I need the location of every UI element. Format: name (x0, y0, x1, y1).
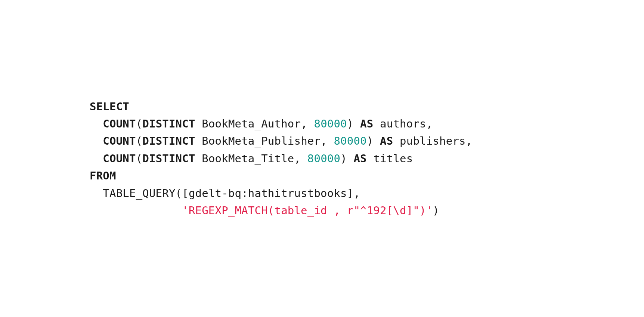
text: ) (347, 117, 360, 130)
indent (90, 135, 103, 147)
keyword-select: SELECT (90, 100, 129, 113)
text: ) (367, 135, 380, 147)
indent (90, 152, 103, 165)
keyword-count: COUNT (103, 117, 136, 130)
text: ) (340, 152, 353, 165)
paren: ( (136, 117, 143, 130)
paren: ( (136, 152, 143, 165)
text: BookMeta_Title, (195, 152, 307, 165)
keyword-distinct: DISTINCT (142, 152, 195, 165)
keyword-distinct: DISTINCT (142, 135, 195, 147)
alias: titles (367, 152, 413, 165)
number-literal: 80000 (314, 117, 347, 130)
sql-code-block: SELECT COUNT(DISTINCT BookMeta_Author, 8… (90, 98, 472, 219)
indent (90, 187, 103, 200)
alias: authors, (373, 117, 433, 130)
keyword-as: AS (360, 117, 373, 130)
alias: publishers, (393, 135, 472, 147)
paren: ) (433, 204, 439, 217)
indent (90, 204, 182, 217)
table-query: TABLE_QUERY([gdelt-bq:hathitrustbooks], (103, 187, 360, 200)
keyword-count: COUNT (103, 135, 136, 147)
keyword-distinct: DISTINCT (142, 117, 195, 130)
keyword-count: COUNT (103, 152, 136, 165)
keyword-as: AS (380, 135, 393, 147)
string-literal: 'REGEXP_MATCH(table_id , r"^192[\d]")' (182, 204, 433, 217)
text: BookMeta_Author, (195, 117, 314, 130)
number-literal: 80000 (334, 135, 366, 147)
keyword-as: AS (353, 152, 366, 165)
paren: ( (136, 135, 143, 147)
text: BookMeta_Publisher, (195, 135, 334, 147)
indent (90, 117, 103, 130)
keyword-from: FROM (90, 169, 116, 182)
number-literal: 80000 (307, 152, 340, 165)
